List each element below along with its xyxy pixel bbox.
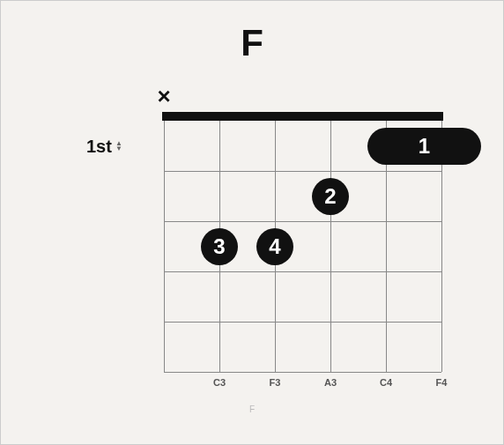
finger-dot: 4 <box>256 228 293 265</box>
fret-line <box>164 372 441 373</box>
string-note-label: C4 <box>380 377 392 388</box>
fret-line <box>164 221 441 222</box>
chord-title: F <box>1 22 503 64</box>
string-line <box>164 121 165 372</box>
fret-position-label: 1st <box>86 136 112 156</box>
finger-barre: 1 <box>367 128 481 165</box>
string-line <box>330 121 331 372</box>
fret-position-stepper[interactable]: 1st▲▼ <box>86 136 122 156</box>
finger-dot: 3 <box>201 228 238 265</box>
nut <box>162 112 443 121</box>
string-note-label: F3 <box>270 377 281 388</box>
string-note-label: C3 <box>213 377 226 388</box>
footer-chord-label: F <box>1 404 503 414</box>
stepper-icon[interactable]: ▲▼ <box>115 141 122 152</box>
string-note-label: F4 <box>436 377 448 388</box>
fret-line <box>164 171 441 172</box>
fret-line <box>164 271 441 272</box>
finger-dot: 2 <box>312 178 349 215</box>
string-note-label: A3 <box>324 377 337 388</box>
fret-line <box>164 322 441 323</box>
mute-mark: × <box>157 83 170 110</box>
